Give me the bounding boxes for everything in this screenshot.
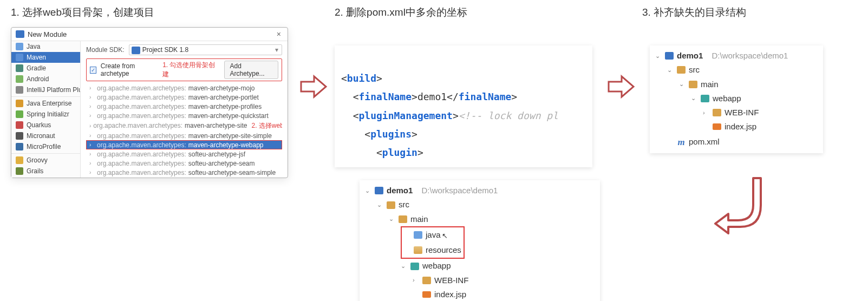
archetype-artifact: maven-archetype-portlet <box>188 94 259 101</box>
arrow-curve-icon <box>712 175 766 234</box>
archetype-artifact: maven-archetype-mojo <box>188 84 255 92</box>
sidebar-item-label: Grails <box>27 167 43 175</box>
gradle-icon <box>16 64 23 72</box>
sidebar-item-maven[interactable]: Maven <box>11 52 80 63</box>
archetype-group: org.apache.maven.archetypes: <box>97 141 186 149</box>
arrow-right-icon <box>299 72 328 101</box>
chevron-right-icon: › <box>89 151 95 157</box>
archetype-group: org.apache.maven.archetypes: <box>93 122 182 129</box>
archetype-artifact: maven-archetype-site-simple <box>188 132 272 140</box>
folder-icon <box>713 109 721 116</box>
sdk-label: Module SDK: <box>86 46 125 54</box>
maven-icon <box>16 54 23 61</box>
archetype-artifact: softeu-archetype-seam-simple <box>188 169 276 176</box>
add-archetype-button[interactable]: Add Archetype... <box>224 61 278 79</box>
sidebar-item-application-forge[interactable]: Application Forge <box>11 176 80 178</box>
new-module-dialog: New Module × JavaMavenGradleAndroidIntel… <box>11 27 288 178</box>
chevron-right-icon: › <box>89 94 95 100</box>
sdk-combo[interactable]: Project SDK 1.8 <box>129 44 282 55</box>
sidebar-item-micronaut[interactable]: Micronaut <box>11 130 80 141</box>
archetype-group: org.apache.maven.archetypes: <box>97 103 186 110</box>
chevron-right-icon: › <box>89 160 95 166</box>
java-folder-icon <box>414 231 422 239</box>
sidebar-item-label: Micronaut <box>27 132 55 140</box>
project-type-sidebar: JavaMavenGradleAndroidIntelliJ Platform … <box>11 41 81 178</box>
archetype-item[interactable]: ›org.apache.maven.archetypes:maven-arche… <box>86 120 282 131</box>
project-icon <box>375 187 383 194</box>
folder-icon <box>422 277 431 284</box>
chevron-right-icon: › <box>89 85 95 91</box>
project-tree-after: ⌄demo1 D:\workspace\demo1 ⌄src ⌄main jav… <box>360 180 600 301</box>
sidebar-item-microprofile[interactable]: MicroProfile <box>11 141 80 152</box>
chevron-right-icon: › <box>89 133 95 139</box>
sidebar-item-label: Groovy <box>27 156 48 164</box>
sidebar-item-label: Android <box>27 75 49 83</box>
note2: 2. 选择web项目骨架 <box>252 121 283 130</box>
archetype-item[interactable]: ›org.apache.maven.archetypes:maven-arche… <box>86 131 282 140</box>
project-tree-before: ⌄demo1 D:\workspace\demo1 ⌄src ⌄main ⌄we… <box>650 45 823 153</box>
close-icon[interactable]: × <box>275 30 283 38</box>
sidebar-item-label: Quarkus <box>27 121 51 129</box>
step2-heading: 2. 删除pom.xml中多余的坐标 <box>335 5 600 19</box>
sidebar-item-gradle[interactable]: Gradle <box>11 63 80 74</box>
module-icon <box>16 30 24 38</box>
create-from-archetype-label: Create from archetype <box>101 62 158 77</box>
archetype-artifact: maven-archetype-profiles <box>188 103 262 110</box>
webapp-folder-icon <box>410 263 419 270</box>
sidebar-item-label: MicroProfile <box>27 143 61 150</box>
step3-heading: 3. 补齐缺失的目录结构 <box>642 5 857 19</box>
archetype-group: org.apache.maven.archetypes: <box>97 132 186 140</box>
grails-icon <box>16 167 23 175</box>
archetype-list[interactable]: ›org.apache.maven.archetypes:maven-arche… <box>86 83 282 178</box>
sidebar-item-label: Gradle <box>27 64 46 72</box>
sidebar-item-intellij-platform-plugin[interactable]: IntelliJ Platform Plugin <box>11 84 80 95</box>
sidebar-item-label: Java Enterprise <box>27 100 71 107</box>
resources-folder-icon <box>414 246 422 254</box>
archetype-item[interactable]: ›org.apache.maven.archetypes:softeu-arch… <box>86 149 282 159</box>
jsp-icon <box>713 123 721 130</box>
archetype-item[interactable]: ›org.apache.maven.archetypes:softeu-arch… <box>86 159 282 168</box>
archetype-group: org.apache.maven.archetypes: <box>97 94 186 101</box>
sidebar-item-groovy[interactable]: Groovy <box>11 155 80 166</box>
sdk-value: Project SDK 1.8 <box>142 46 188 54</box>
archetype-item[interactable]: ›org.apache.maven.archetypes:maven-arche… <box>86 111 282 120</box>
sidebar-item-java[interactable]: Java <box>11 41 80 52</box>
spring-icon <box>16 110 23 118</box>
chevron-right-icon: › <box>89 123 91 129</box>
archetype-artifact: maven-archetype-site <box>185 122 247 129</box>
archetype-group: org.apache.maven.archetypes: <box>97 150 186 158</box>
quarkus-icon <box>16 121 23 129</box>
sidebar-item-java-enterprise[interactable]: Java Enterprise <box>11 98 80 109</box>
sidebar-item-spring-initializr[interactable]: Spring Initializr <box>11 109 80 120</box>
micronaut-icon <box>16 132 23 140</box>
pom-code-panel: <build> <finalName>demo1</finalName> <pl… <box>335 45 592 167</box>
chevron-right-icon: › <box>89 113 95 119</box>
archetype-item[interactable]: ›org.apache.maven.archetypes:maven-arche… <box>86 93 282 102</box>
jee-icon <box>16 100 23 107</box>
archetype-group: org.apache.maven.archetypes: <box>97 84 186 92</box>
webapp-folder-icon <box>701 95 709 102</box>
folder-blue-icon <box>16 43 23 50</box>
archetype-item[interactable]: ›org.apache.maven.archetypes:softeu-arch… <box>86 168 282 177</box>
android-icon <box>16 75 23 83</box>
archetype-item[interactable]: ›org.apache.maven.archetypes:maven-arche… <box>86 83 282 93</box>
archetype-artifact: softeu-archetype-seam <box>188 160 255 167</box>
chevron-right-icon: › <box>89 169 95 175</box>
sidebar-item-quarkus[interactable]: Quarkus <box>11 120 80 130</box>
sidebar-item-grails[interactable]: Grails <box>11 166 80 176</box>
archetype-checkbox[interactable]: ✓ <box>90 67 96 74</box>
archetype-artifact: maven-archetype-webapp <box>188 141 264 149</box>
archetype-group: org.apache.maven.archetypes: <box>97 112 186 120</box>
chevron-right-icon: › <box>89 142 95 148</box>
archetype-item[interactable]: ›org.apache.maven.archetypes:maven-arche… <box>86 102 282 111</box>
archetype-item[interactable]: ›org.apache.myfaces.buildtools:myfaces-a… <box>86 177 282 178</box>
dialog-title: New Module <box>28 30 67 38</box>
mp-icon <box>16 143 23 150</box>
sdk-icon <box>132 47 140 54</box>
archetype-group: org.apache.maven.archetypes: <box>97 160 186 167</box>
sidebar-item-label: Java <box>27 43 40 50</box>
archetype-artifact: maven-archetype-quickstart <box>188 112 269 120</box>
sidebar-item-android[interactable]: Android <box>11 74 80 84</box>
cursor-icon: ↖ <box>442 230 448 243</box>
archetype-item[interactable]: ›org.apache.maven.archetypes:maven-arche… <box>86 140 282 149</box>
